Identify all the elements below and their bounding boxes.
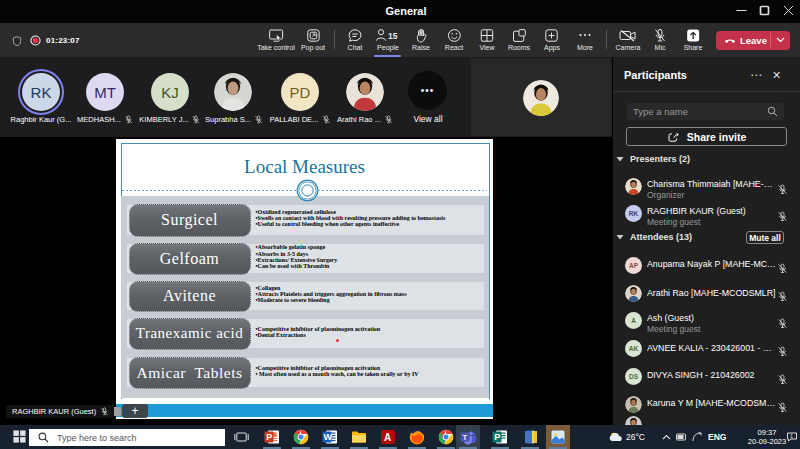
svg-text:15: 15 bbox=[388, 31, 398, 41]
svg-text:1: 1 bbox=[790, 433, 793, 439]
svg-text:A: A bbox=[384, 432, 391, 443]
svg-text:T: T bbox=[463, 434, 468, 441]
svg-text:P: P bbox=[494, 432, 500, 442]
svg-text:W: W bbox=[324, 432, 333, 442]
svg-text:P: P bbox=[266, 432, 272, 442]
